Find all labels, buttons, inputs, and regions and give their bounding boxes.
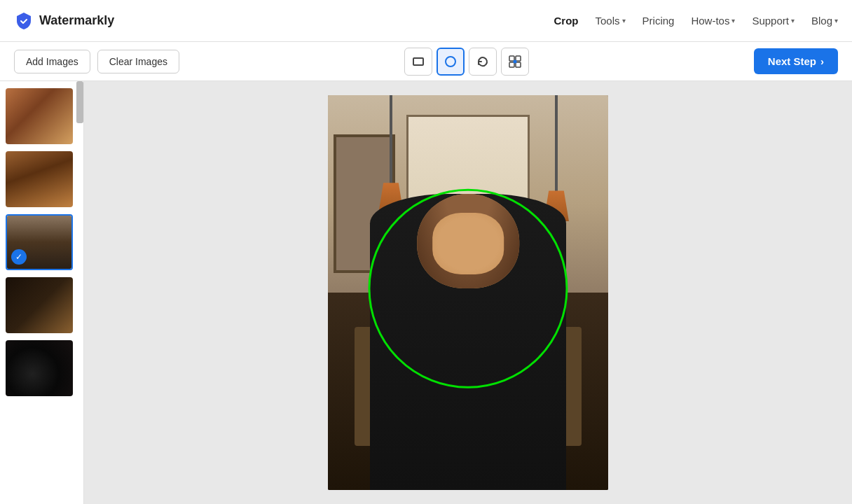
svg-rect-2 [509,56,514,61]
person-head [417,194,519,288]
nav-links: Crop Tools ▾ Pricing How-tos ▾ Support ▾… [554,15,838,27]
navbar: Watermarkly Crop Tools ▾ Pricing How-tos… [0,0,852,42]
nav-crop[interactable]: Crop [554,15,579,27]
smart-crop-icon [508,55,522,69]
nav-pricing[interactable]: Pricing [643,15,675,27]
next-step-arrow-icon: › [820,55,824,67]
svg-rect-0 [413,58,423,65]
rotate-button[interactable] [469,48,497,76]
person-body [370,194,566,490]
thumbnail-5[interactable] [6,340,73,396]
canvas-area [84,81,852,504]
circle-crop-icon [444,55,458,69]
thumbnail-3[interactable]: ✓ [6,214,73,270]
svg-rect-3 [516,56,521,61]
brand-logo-icon [14,11,34,31]
rotate-icon [476,55,490,69]
main-image [328,95,608,490]
nav-support[interactable]: Support ▾ [752,15,795,27]
next-step-button[interactable]: Next Step › [754,48,838,74]
image-sidebar: ✓ [0,81,84,504]
thumbnail-2[interactable] [6,151,73,207]
rect-crop-button[interactable] [404,48,432,76]
brand-name: Watermarkly [39,13,114,28]
person-face [432,213,504,274]
brand: Watermarkly [14,11,114,31]
clear-images-button[interactable]: Clear Images [97,50,179,74]
svg-point-6 [513,59,516,63]
image-wrapper [328,95,608,490]
scene [328,95,608,490]
svg-rect-4 [509,62,514,67]
thumbnail-4[interactable] [6,277,73,333]
blog-chevron-icon: ▾ [834,17,838,24]
svg-point-1 [446,57,455,66]
support-chevron-icon: ▾ [791,17,795,24]
circle-crop-button[interactable] [437,48,465,76]
nav-howtos[interactable]: How-tos ▾ [691,15,735,27]
tools-chevron-icon: ▾ [622,17,626,24]
person [370,194,566,490]
smart-crop-button[interactable] [501,48,529,76]
nav-tools[interactable]: Tools ▾ [596,15,626,27]
sidebar-scrollbar[interactable] [76,81,83,123]
howtos-chevron-icon: ▾ [731,17,735,24]
main-layout: ✓ [0,81,852,504]
svg-rect-5 [516,62,521,67]
thumbnail-selected-check: ✓ [11,249,27,265]
toolbar: Add Images Clear Images [0,42,852,81]
nav-blog[interactable]: Blog ▾ [811,15,838,27]
add-images-button[interactable]: Add Images [14,50,90,74]
thumbnail-1[interactable] [6,88,73,144]
rect-crop-icon [411,55,425,69]
toolbar-left: Add Images Clear Images [14,50,179,74]
crop-tools [404,48,529,76]
